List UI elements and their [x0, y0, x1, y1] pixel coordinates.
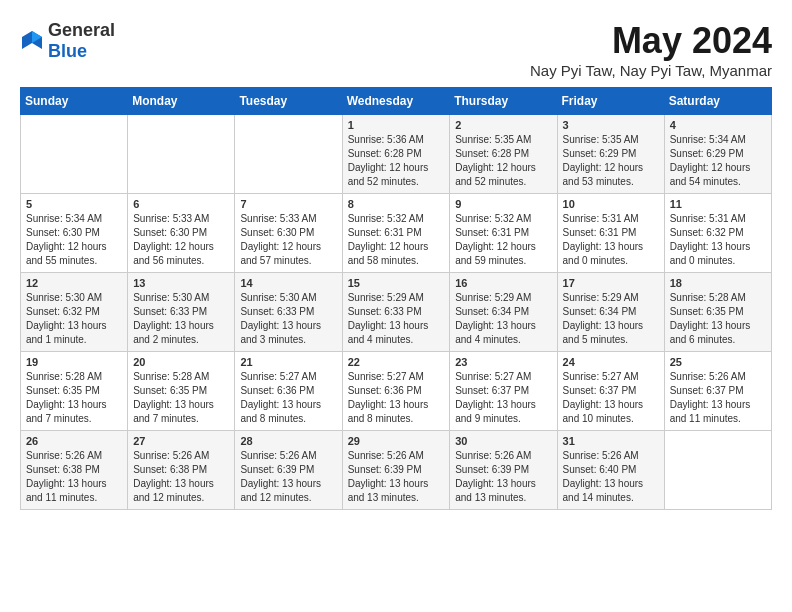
day-number: 22: [348, 356, 445, 368]
day-number: 13: [133, 277, 229, 289]
day-info: Sunrise: 5:26 AM Sunset: 6:37 PM Dayligh…: [670, 370, 766, 426]
day-info: Sunrise: 5:26 AM Sunset: 6:38 PM Dayligh…: [133, 449, 229, 505]
day-cell: 1Sunrise: 5:36 AM Sunset: 6:28 PM Daylig…: [342, 115, 450, 194]
day-cell: 18Sunrise: 5:28 AM Sunset: 6:35 PM Dayli…: [664, 273, 771, 352]
day-cell: 11Sunrise: 5:31 AM Sunset: 6:32 PM Dayli…: [664, 194, 771, 273]
logo: General Blue: [20, 20, 115, 62]
day-number: 28: [240, 435, 336, 447]
calendar-table: SundayMondayTuesdayWednesdayThursdayFrid…: [20, 87, 772, 510]
day-cell: 3Sunrise: 5:35 AM Sunset: 6:29 PM Daylig…: [557, 115, 664, 194]
day-number: 31: [563, 435, 659, 447]
day-number: 14: [240, 277, 336, 289]
day-number: 29: [348, 435, 445, 447]
week-row-4: 19Sunrise: 5:28 AM Sunset: 6:35 PM Dayli…: [21, 352, 772, 431]
day-cell: 7Sunrise: 5:33 AM Sunset: 6:30 PM Daylig…: [235, 194, 342, 273]
day-info: Sunrise: 5:29 AM Sunset: 6:33 PM Dayligh…: [348, 291, 445, 347]
day-number: 17: [563, 277, 659, 289]
day-info: Sunrise: 5:28 AM Sunset: 6:35 PM Dayligh…: [133, 370, 229, 426]
day-cell: 13Sunrise: 5:30 AM Sunset: 6:33 PM Dayli…: [128, 273, 235, 352]
weekday-header-sunday: Sunday: [21, 88, 128, 115]
day-info: Sunrise: 5:27 AM Sunset: 6:37 PM Dayligh…: [455, 370, 551, 426]
week-row-5: 26Sunrise: 5:26 AM Sunset: 6:38 PM Dayli…: [21, 431, 772, 510]
day-number: 10: [563, 198, 659, 210]
day-info: Sunrise: 5:28 AM Sunset: 6:35 PM Dayligh…: [26, 370, 122, 426]
day-number: 2: [455, 119, 551, 131]
day-info: Sunrise: 5:28 AM Sunset: 6:35 PM Dayligh…: [670, 291, 766, 347]
day-number: 30: [455, 435, 551, 447]
day-info: Sunrise: 5:36 AM Sunset: 6:28 PM Dayligh…: [348, 133, 445, 189]
day-number: 11: [670, 198, 766, 210]
day-info: Sunrise: 5:27 AM Sunset: 6:36 PM Dayligh…: [240, 370, 336, 426]
day-cell: 8Sunrise: 5:32 AM Sunset: 6:31 PM Daylig…: [342, 194, 450, 273]
day-info: Sunrise: 5:32 AM Sunset: 6:31 PM Dayligh…: [348, 212, 445, 268]
day-info: Sunrise: 5:33 AM Sunset: 6:30 PM Dayligh…: [240, 212, 336, 268]
day-number: 8: [348, 198, 445, 210]
day-info: Sunrise: 5:34 AM Sunset: 6:29 PM Dayligh…: [670, 133, 766, 189]
weekday-header-saturday: Saturday: [664, 88, 771, 115]
day-number: 3: [563, 119, 659, 131]
day-number: 5: [26, 198, 122, 210]
day-number: 26: [26, 435, 122, 447]
week-row-3: 12Sunrise: 5:30 AM Sunset: 6:32 PM Dayli…: [21, 273, 772, 352]
weekday-header-row: SundayMondayTuesdayWednesdayThursdayFrid…: [21, 88, 772, 115]
day-cell: 15Sunrise: 5:29 AM Sunset: 6:33 PM Dayli…: [342, 273, 450, 352]
day-info: Sunrise: 5:26 AM Sunset: 6:39 PM Dayligh…: [240, 449, 336, 505]
day-info: Sunrise: 5:29 AM Sunset: 6:34 PM Dayligh…: [563, 291, 659, 347]
day-cell: 9Sunrise: 5:32 AM Sunset: 6:31 PM Daylig…: [450, 194, 557, 273]
day-info: Sunrise: 5:34 AM Sunset: 6:30 PM Dayligh…: [26, 212, 122, 268]
day-info: Sunrise: 5:35 AM Sunset: 6:29 PM Dayligh…: [563, 133, 659, 189]
day-info: Sunrise: 5:30 AM Sunset: 6:33 PM Dayligh…: [133, 291, 229, 347]
day-info: Sunrise: 5:31 AM Sunset: 6:31 PM Dayligh…: [563, 212, 659, 268]
month-title: May 2024: [530, 20, 772, 62]
location-title: Nay Pyi Taw, Nay Pyi Taw, Myanmar: [530, 62, 772, 79]
day-number: 24: [563, 356, 659, 368]
weekday-header-tuesday: Tuesday: [235, 88, 342, 115]
day-number: 16: [455, 277, 551, 289]
day-cell: 24Sunrise: 5:27 AM Sunset: 6:37 PM Dayli…: [557, 352, 664, 431]
day-info: Sunrise: 5:30 AM Sunset: 6:33 PM Dayligh…: [240, 291, 336, 347]
day-info: Sunrise: 5:26 AM Sunset: 6:39 PM Dayligh…: [348, 449, 445, 505]
day-cell: 16Sunrise: 5:29 AM Sunset: 6:34 PM Dayli…: [450, 273, 557, 352]
day-cell: 21Sunrise: 5:27 AM Sunset: 6:36 PM Dayli…: [235, 352, 342, 431]
day-info: Sunrise: 5:30 AM Sunset: 6:32 PM Dayligh…: [26, 291, 122, 347]
day-cell: 20Sunrise: 5:28 AM Sunset: 6:35 PM Dayli…: [128, 352, 235, 431]
day-info: Sunrise: 5:27 AM Sunset: 6:36 PM Dayligh…: [348, 370, 445, 426]
day-number: 19: [26, 356, 122, 368]
day-number: 4: [670, 119, 766, 131]
day-cell: [21, 115, 128, 194]
day-cell: 25Sunrise: 5:26 AM Sunset: 6:37 PM Dayli…: [664, 352, 771, 431]
day-cell: 23Sunrise: 5:27 AM Sunset: 6:37 PM Dayli…: [450, 352, 557, 431]
day-cell: 17Sunrise: 5:29 AM Sunset: 6:34 PM Dayli…: [557, 273, 664, 352]
day-cell: 12Sunrise: 5:30 AM Sunset: 6:32 PM Dayli…: [21, 273, 128, 352]
day-info: Sunrise: 5:29 AM Sunset: 6:34 PM Dayligh…: [455, 291, 551, 347]
day-cell: [235, 115, 342, 194]
day-number: 9: [455, 198, 551, 210]
day-number: 20: [133, 356, 229, 368]
day-number: 21: [240, 356, 336, 368]
day-cell: 10Sunrise: 5:31 AM Sunset: 6:31 PM Dayli…: [557, 194, 664, 273]
day-number: 1: [348, 119, 445, 131]
day-number: 18: [670, 277, 766, 289]
day-number: 15: [348, 277, 445, 289]
day-number: 7: [240, 198, 336, 210]
day-number: 23: [455, 356, 551, 368]
day-info: Sunrise: 5:26 AM Sunset: 6:40 PM Dayligh…: [563, 449, 659, 505]
week-row-1: 1Sunrise: 5:36 AM Sunset: 6:28 PM Daylig…: [21, 115, 772, 194]
day-info: Sunrise: 5:33 AM Sunset: 6:30 PM Dayligh…: [133, 212, 229, 268]
day-cell: 4Sunrise: 5:34 AM Sunset: 6:29 PM Daylig…: [664, 115, 771, 194]
day-cell: 5Sunrise: 5:34 AM Sunset: 6:30 PM Daylig…: [21, 194, 128, 273]
day-number: 6: [133, 198, 229, 210]
header: General Blue May 2024 Nay Pyi Taw, Nay P…: [20, 20, 772, 79]
day-info: Sunrise: 5:26 AM Sunset: 6:39 PM Dayligh…: [455, 449, 551, 505]
day-cell: 26Sunrise: 5:26 AM Sunset: 6:38 PM Dayli…: [21, 431, 128, 510]
day-info: Sunrise: 5:31 AM Sunset: 6:32 PM Dayligh…: [670, 212, 766, 268]
day-number: 25: [670, 356, 766, 368]
day-cell: 28Sunrise: 5:26 AM Sunset: 6:39 PM Dayli…: [235, 431, 342, 510]
weekday-header-monday: Monday: [128, 88, 235, 115]
logo-blue: Blue: [48, 41, 87, 61]
day-cell: 29Sunrise: 5:26 AM Sunset: 6:39 PM Dayli…: [342, 431, 450, 510]
logo-general: General: [48, 20, 115, 40]
day-cell: 14Sunrise: 5:30 AM Sunset: 6:33 PM Dayli…: [235, 273, 342, 352]
day-number: 12: [26, 277, 122, 289]
day-number: 27: [133, 435, 229, 447]
